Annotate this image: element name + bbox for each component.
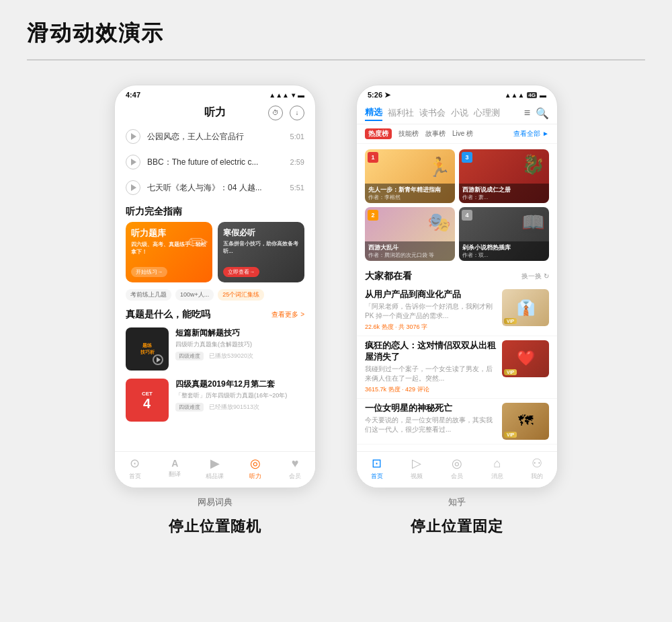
refresh-btn[interactable]: 换一换 ↻ (521, 272, 549, 281)
section-title-2: 真题是什么，能吃吗 (126, 309, 210, 321)
feed-excerpt-1: 「阿呆老师，告诉你一个好消息，我刚才刚 PK 掉一个商业产品的需求... (365, 302, 497, 321)
tags-row: 考前练上几题 100w+人... 25个词汇集练 (115, 288, 315, 305)
download-icon[interactable]: ↓ (290, 106, 304, 120)
tab-dushuhui[interactable]: 读书会 (419, 106, 446, 120)
section-more-2[interactable]: 查看更多 > (271, 310, 304, 319)
search-icon[interactable]: 🔍 (536, 107, 549, 120)
see-all-btn[interactable]: 查看全部 ► (513, 129, 549, 139)
right-signal-icon: ▲▲▲ (505, 91, 525, 99)
tab-home[interactable]: ⊙ 首页 (115, 456, 155, 481)
feed-thumb-2: ❤️ VIP (502, 340, 549, 377)
vip-badge-1: VIP (504, 318, 517, 324)
hot-tab-active[interactable]: 热度榜 (365, 128, 392, 139)
tab-listen[interactable]: ◎ 听力 (235, 456, 276, 481)
book-rank-1: 1 (368, 152, 378, 163)
zhihu-section-row: 大家都在看 换一换 ↻ (357, 266, 557, 285)
translate-icon: A (171, 458, 178, 469)
feed-excerpt-2: 我碰到过一个案子，一个女生读了男友，后来俩人住在了一起。突然... (365, 364, 497, 383)
left-phone-label: 网易词典 (198, 496, 233, 508)
feed-item-2[interactable]: 疯狂的恋人：这对情侣双双从出租屋消失了 我碰到过一个案子，一个女生读了男友，后来… (357, 336, 557, 399)
listen-icon: ◎ (250, 456, 261, 471)
plays-2: 已经播放901513次 (209, 403, 259, 412)
list-item[interactable]: 公园风恋，王人上公官品行 5:01 (115, 124, 315, 149)
play-button-3[interactable] (126, 180, 140, 195)
book-author-4: 作者：双... (462, 252, 546, 259)
book-title-1: 先人一步：新青年精进指南 (368, 186, 452, 194)
feed-title-1: 从用户产品到商业化产品 (365, 289, 497, 301)
course-info-1: 短篇新闻解题技巧 四级听力真题集(含解题技巧) 四级难度 已播放539020次 (175, 327, 304, 360)
tab-translate[interactable]: A 翻译 (155, 458, 196, 479)
tab-xiaoshuo[interactable]: 小说 (451, 106, 468, 120)
left-time: 4:47 (126, 91, 140, 99)
left-nav-icons: ⏱ ↓ (268, 106, 304, 120)
right-top-nav: 精选 福利社 读书会 小说 心理测 ≡ 🔍 (357, 102, 557, 124)
course-item-1[interactable]: 题练技巧析 短篇新闻解题技巧 四级听力真题集(含解题技巧) 四级难度 已播放53… (115, 323, 315, 375)
course-title-2: 四级真题2019年12月第二套 (175, 379, 304, 390)
book-title-2: 西游大乱斗 (368, 243, 452, 252)
book-card-2[interactable]: 2 西游大乱斗 作者：腾润若的次元口袋 等 🎭 (365, 207, 455, 261)
hot-tabs-row: 热度榜 技能榜 故事榜 Live 榜 查看全部 ► (357, 124, 557, 144)
book-overlay-4: 剁杀小说档热插库 作者：双... (459, 241, 549, 261)
tab-courses-label: 精品课 (206, 472, 224, 481)
feed-item-1[interactable]: 从用户产品到商业化产品 「阿呆老师，告诉你一个好消息，我刚才刚 PK 掉一个商业… (357, 285, 557, 336)
clock-icon[interactable]: ⏱ (268, 106, 283, 120)
banner-btn-1[interactable]: 开始练习→ (131, 267, 167, 277)
feed-title-3: 一位女明星的神秘死亡 (365, 403, 497, 414)
zhihu-tab-profile[interactable]: ⚇ 我的 (517, 456, 557, 481)
vip-badge-2: VIP (504, 369, 517, 375)
item-time-3: 5:51 (290, 184, 304, 192)
feed-hot-1: 22.6k 热度 · 共 3076 字 (365, 323, 427, 332)
feed-meta-1: 22.6k 热度 · 共 3076 字 (365, 323, 497, 332)
feed-item-3[interactable]: 一位女明星的神秘死亡 今天要说的，是一位女明星的故事，其实我们这一代人，很少完整… (357, 399, 557, 444)
zhihu-tab-video-label: 视频 (411, 472, 423, 481)
zhihu-home-icon: ⊡ (372, 456, 382, 471)
menu-icon[interactable]: ≡ (524, 107, 530, 119)
book-card-1[interactable]: 1 先人一步：新青年精进指南 作者：李榕然 🏃 (365, 149, 455, 203)
item-time-1: 5:01 (290, 132, 304, 141)
play-button-1[interactable] (126, 129, 140, 144)
banner-subtitle-2: 五条拼音小技巧，助你高效备考听... (223, 240, 299, 255)
tag-3: 25个词汇集练 (218, 289, 264, 301)
hot-tab-stories[interactable]: 故事榜 (425, 129, 446, 139)
zhihu-section-title: 大家都在看 (365, 270, 412, 282)
left-nav-title: 听力 (204, 106, 226, 120)
tab-courses[interactable]: ▶ 精品课 (195, 456, 235, 481)
course-thumb-2: CET 4 (126, 379, 169, 422)
zhihu-member-icon: ◎ (452, 456, 462, 471)
plays-1: 已播放539020次 (209, 352, 253, 360)
left-status-bar: 4:47 ▲▲▲ ▾ ▬ (115, 85, 315, 102)
course-thumb-1: 题练技巧析 (126, 327, 169, 371)
book-grid: 1 先人一步：新青年精进指南 作者：李榕然 🏃 3 西游新说成仁之册 (357, 144, 557, 266)
hot-tab-skills[interactable]: 技能榜 (398, 129, 419, 139)
course-item-2[interactable]: CET 4 四级真题2019年12月第二套 「整套听」历年四级听力真题(16年~… (115, 375, 315, 426)
wifi-icon: ▾ (292, 91, 295, 99)
zhihu-tab-member[interactable]: ◎ 会员 (437, 456, 477, 481)
courses-icon: ▶ (210, 456, 220, 471)
book-card-3[interactable]: 3 西游新说成仁之册 作者：萧... 🐉 (459, 149, 549, 203)
tab-jingxuan[interactable]: 精选 (365, 105, 382, 121)
list-item[interactable]: BBC：The future of electric c... 2:59 (115, 149, 315, 175)
tab-fulishe[interactable]: 福利社 (388, 106, 414, 120)
list-item[interactable]: 七天听《老人与海》：04 人越... 5:51 (115, 175, 315, 200)
zhihu-tab-message[interactable]: ⌂ 消息 (477, 457, 517, 481)
tab-xinlice[interactable]: 心理测 (474, 106, 500, 120)
zhihu-tab-profile-label: 我的 (531, 472, 543, 481)
right-battery-icon: ▬ (540, 91, 546, 99)
item-title-1: 公园风恋，王人上公官品行 (147, 131, 284, 143)
feed-thumb-3: 🗺 VIP (502, 403, 549, 440)
play-button-2[interactable] (126, 155, 140, 169)
book-illustration-1: 🏃 (427, 156, 451, 178)
hot-tab-live[interactable]: Live 榜 (452, 129, 473, 139)
signal-icon: ▲▲▲ (269, 91, 289, 99)
banner-btn-2[interactable]: 立即查看→ (223, 267, 259, 277)
book-overlay-2: 西游大乱斗 作者：腾润若的次元口袋 等 (365, 241, 455, 261)
feed-excerpt-3: 今天要说的，是一位女明星的故事，其实我们这一代人，很少完整看过... (365, 416, 497, 434)
left-phone-wrapper: 4:47 ▲▲▲ ▾ ▬ 听力 ⏱ ↓ 公园风 (114, 85, 316, 537)
zhihu-tab-home[interactable]: ⊡ 首页 (357, 456, 397, 481)
zhihu-tab-video[interactable]: ▷ 视频 (397, 456, 437, 481)
banner-card-2[interactable]: 寒假必听 五条拼音小技巧，助你高效备考听... 立即查看→ (218, 222, 304, 282)
zhihu-message-icon: ⌂ (493, 457, 501, 471)
book-card-4[interactable]: 4 剁杀小说档热插库 作者：双... 📖 (459, 207, 549, 261)
zhihu-tab-home-label: 首页 (371, 472, 383, 481)
banner-card-1[interactable]: 听力题库 四六级、高考、真题练手，轻松拿下！ 开始练习→ ✏ (126, 222, 212, 282)
